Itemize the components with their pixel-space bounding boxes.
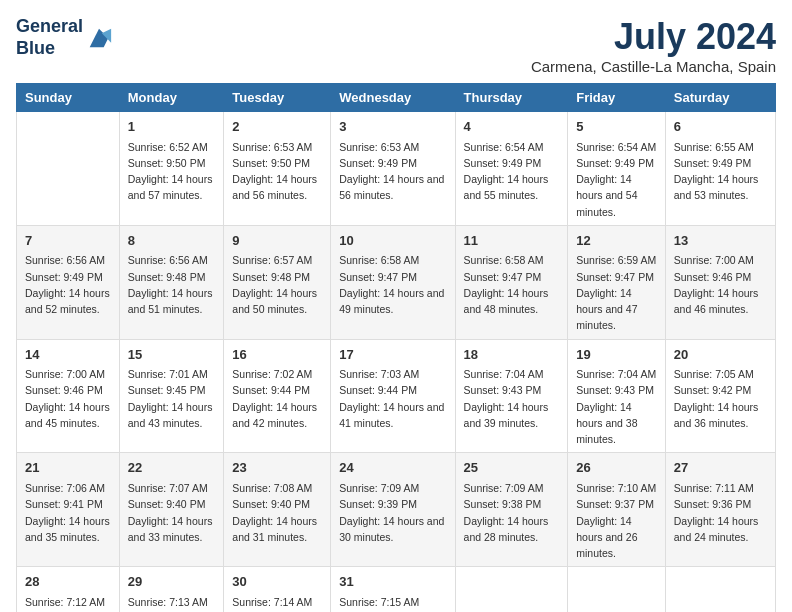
calendar-cell: 14Sunrise: 7:00 AM Sunset: 9:46 PM Dayli… <box>17 339 120 453</box>
week-row-4: 21Sunrise: 7:06 AM Sunset: 9:41 PM Dayli… <box>17 453 776 567</box>
day-number: 30 <box>232 572 322 592</box>
cell-content: Sunrise: 6:59 AM Sunset: 9:47 PM Dayligh… <box>576 252 656 333</box>
title-block: July 2024 Carmena, Castille-La Mancha, S… <box>531 16 776 75</box>
cell-content: Sunrise: 7:11 AM Sunset: 9:36 PM Dayligh… <box>674 480 767 545</box>
week-row-3: 14Sunrise: 7:00 AM Sunset: 9:46 PM Dayli… <box>17 339 776 453</box>
day-number: 15 <box>128 345 216 365</box>
calendar-cell: 16Sunrise: 7:02 AM Sunset: 9:44 PM Dayli… <box>224 339 331 453</box>
calendar-cell: 21Sunrise: 7:06 AM Sunset: 9:41 PM Dayli… <box>17 453 120 567</box>
calendar-cell: 28Sunrise: 7:12 AM Sunset: 9:35 PM Dayli… <box>17 567 120 612</box>
calendar-cell: 6Sunrise: 6:55 AM Sunset: 9:49 PM Daylig… <box>665 112 775 226</box>
cell-content: Sunrise: 7:04 AM Sunset: 9:43 PM Dayligh… <box>576 366 656 447</box>
day-number: 7 <box>25 231 111 251</box>
calendar-cell <box>455 567 568 612</box>
day-number: 4 <box>464 117 560 137</box>
day-number: 23 <box>232 458 322 478</box>
cell-content: Sunrise: 7:09 AM Sunset: 9:39 PM Dayligh… <box>339 480 446 545</box>
logo-text: GeneralBlue <box>16 16 83 59</box>
cell-content: Sunrise: 7:00 AM Sunset: 9:46 PM Dayligh… <box>25 366 111 431</box>
day-number: 18 <box>464 345 560 365</box>
calendar-cell <box>665 567 775 612</box>
day-number: 26 <box>576 458 656 478</box>
day-number: 1 <box>128 117 216 137</box>
day-number: 21 <box>25 458 111 478</box>
calendar-cell: 23Sunrise: 7:08 AM Sunset: 9:40 PM Dayli… <box>224 453 331 567</box>
week-row-1: 1Sunrise: 6:52 AM Sunset: 9:50 PM Daylig… <box>17 112 776 226</box>
cell-content: Sunrise: 7:00 AM Sunset: 9:46 PM Dayligh… <box>674 252 767 317</box>
day-number: 8 <box>128 231 216 251</box>
day-number: 14 <box>25 345 111 365</box>
cell-content: Sunrise: 6:53 AM Sunset: 9:50 PM Dayligh… <box>232 139 322 204</box>
calendar-table: SundayMondayTuesdayWednesdayThursdayFrid… <box>16 83 776 612</box>
logo: GeneralBlue <box>16 16 113 59</box>
calendar-cell <box>568 567 665 612</box>
day-number: 13 <box>674 231 767 251</box>
week-row-2: 7Sunrise: 6:56 AM Sunset: 9:49 PM Daylig… <box>17 225 776 339</box>
calendar-cell: 1Sunrise: 6:52 AM Sunset: 9:50 PM Daylig… <box>119 112 224 226</box>
calendar-cell: 17Sunrise: 7:03 AM Sunset: 9:44 PM Dayli… <box>331 339 455 453</box>
calendar-cell: 2Sunrise: 6:53 AM Sunset: 9:50 PM Daylig… <box>224 112 331 226</box>
calendar-cell: 26Sunrise: 7:10 AM Sunset: 9:37 PM Dayli… <box>568 453 665 567</box>
day-number: 11 <box>464 231 560 251</box>
header-day-friday: Friday <box>568 84 665 112</box>
cell-content: Sunrise: 7:07 AM Sunset: 9:40 PM Dayligh… <box>128 480 216 545</box>
cell-content: Sunrise: 7:06 AM Sunset: 9:41 PM Dayligh… <box>25 480 111 545</box>
day-number: 5 <box>576 117 656 137</box>
day-number: 17 <box>339 345 446 365</box>
cell-content: Sunrise: 7:15 AM Sunset: 9:32 PM Dayligh… <box>339 594 446 612</box>
day-number: 20 <box>674 345 767 365</box>
cell-content: Sunrise: 6:56 AM Sunset: 9:49 PM Dayligh… <box>25 252 111 317</box>
cell-content: Sunrise: 7:01 AM Sunset: 9:45 PM Dayligh… <box>128 366 216 431</box>
calendar-cell: 8Sunrise: 6:56 AM Sunset: 9:48 PM Daylig… <box>119 225 224 339</box>
calendar-cell: 20Sunrise: 7:05 AM Sunset: 9:42 PM Dayli… <box>665 339 775 453</box>
day-number: 6 <box>674 117 767 137</box>
cell-content: Sunrise: 7:12 AM Sunset: 9:35 PM Dayligh… <box>25 594 111 612</box>
calendar-cell: 15Sunrise: 7:01 AM Sunset: 9:45 PM Dayli… <box>119 339 224 453</box>
day-number: 29 <box>128 572 216 592</box>
cell-content: Sunrise: 6:52 AM Sunset: 9:50 PM Dayligh… <box>128 139 216 204</box>
cell-content: Sunrise: 7:10 AM Sunset: 9:37 PM Dayligh… <box>576 480 656 561</box>
cell-content: Sunrise: 7:13 AM Sunset: 9:34 PM Dayligh… <box>128 594 216 612</box>
calendar-cell: 7Sunrise: 6:56 AM Sunset: 9:49 PM Daylig… <box>17 225 120 339</box>
header-day-sunday: Sunday <box>17 84 120 112</box>
day-number: 19 <box>576 345 656 365</box>
page-header: GeneralBlue July 2024 Carmena, Castille-… <box>16 16 776 75</box>
day-number: 22 <box>128 458 216 478</box>
calendar-cell: 12Sunrise: 6:59 AM Sunset: 9:47 PM Dayli… <box>568 225 665 339</box>
header-day-thursday: Thursday <box>455 84 568 112</box>
cell-content: Sunrise: 7:05 AM Sunset: 9:42 PM Dayligh… <box>674 366 767 431</box>
cell-content: Sunrise: 6:56 AM Sunset: 9:48 PM Dayligh… <box>128 252 216 317</box>
calendar-header-row: SundayMondayTuesdayWednesdayThursdayFrid… <box>17 84 776 112</box>
calendar-cell: 10Sunrise: 6:58 AM Sunset: 9:47 PM Dayli… <box>331 225 455 339</box>
day-number: 27 <box>674 458 767 478</box>
cell-content: Sunrise: 7:03 AM Sunset: 9:44 PM Dayligh… <box>339 366 446 431</box>
cell-content: Sunrise: 7:08 AM Sunset: 9:40 PM Dayligh… <box>232 480 322 545</box>
cell-content: Sunrise: 7:14 AM Sunset: 9:33 PM Dayligh… <box>232 594 322 612</box>
calendar-cell: 29Sunrise: 7:13 AM Sunset: 9:34 PM Dayli… <box>119 567 224 612</box>
day-number: 9 <box>232 231 322 251</box>
main-title: July 2024 <box>531 16 776 58</box>
calendar-cell: 18Sunrise: 7:04 AM Sunset: 9:43 PM Dayli… <box>455 339 568 453</box>
subtitle: Carmena, Castille-La Mancha, Spain <box>531 58 776 75</box>
cell-content: Sunrise: 6:55 AM Sunset: 9:49 PM Dayligh… <box>674 139 767 204</box>
cell-content: Sunrise: 6:54 AM Sunset: 9:49 PM Dayligh… <box>576 139 656 220</box>
day-number: 12 <box>576 231 656 251</box>
calendar-cell: 25Sunrise: 7:09 AM Sunset: 9:38 PM Dayli… <box>455 453 568 567</box>
day-number: 24 <box>339 458 446 478</box>
calendar-cell: 5Sunrise: 6:54 AM Sunset: 9:49 PM Daylig… <box>568 112 665 226</box>
day-number: 28 <box>25 572 111 592</box>
header-day-saturday: Saturday <box>665 84 775 112</box>
cell-content: Sunrise: 6:57 AM Sunset: 9:48 PM Dayligh… <box>232 252 322 317</box>
cell-content: Sunrise: 7:04 AM Sunset: 9:43 PM Dayligh… <box>464 366 560 431</box>
week-row-5: 28Sunrise: 7:12 AM Sunset: 9:35 PM Dayli… <box>17 567 776 612</box>
calendar-cell <box>17 112 120 226</box>
calendar-cell: 4Sunrise: 6:54 AM Sunset: 9:49 PM Daylig… <box>455 112 568 226</box>
calendar-cell: 13Sunrise: 7:00 AM Sunset: 9:46 PM Dayli… <box>665 225 775 339</box>
cell-content: Sunrise: 6:58 AM Sunset: 9:47 PM Dayligh… <box>339 252 446 317</box>
cell-content: Sunrise: 6:54 AM Sunset: 9:49 PM Dayligh… <box>464 139 560 204</box>
cell-content: Sunrise: 7:09 AM Sunset: 9:38 PM Dayligh… <box>464 480 560 545</box>
calendar-cell: 30Sunrise: 7:14 AM Sunset: 9:33 PM Dayli… <box>224 567 331 612</box>
day-number: 31 <box>339 572 446 592</box>
logo-icon <box>85 24 113 52</box>
header-day-monday: Monday <box>119 84 224 112</box>
